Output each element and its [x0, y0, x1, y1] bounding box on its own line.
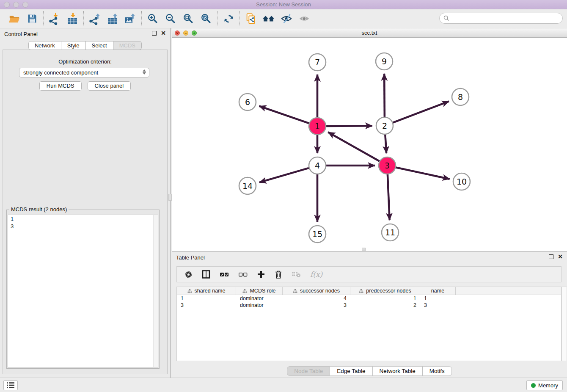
- zoom-fit-button[interactable]: [182, 12, 195, 25]
- main-toolbar: [0, 9, 567, 28]
- node-table[interactable]: shared nameMCDS rolesuccessor nodesprede…: [176, 287, 561, 361]
- open-file-button[interactable]: [8, 12, 21, 25]
- panel-splitter-handle[interactable]: [168, 194, 172, 201]
- graph-edge-1-6[interactable]: [259, 106, 309, 123]
- graph-edge-2-3[interactable]: [385, 135, 386, 153]
- export-table-button[interactable]: [106, 12, 119, 25]
- graph-node-6[interactable]: 6: [239, 94, 256, 110]
- hide-selected-button[interactable]: [280, 12, 293, 25]
- graph-node-label: 6: [245, 97, 250, 107]
- save-session-button[interactable]: [25, 12, 39, 25]
- zoom-selected-button[interactable]: [199, 12, 213, 25]
- tab-edge-table[interactable]: Edge Table: [330, 366, 372, 376]
- column-header-name[interactable]: name: [420, 287, 456, 295]
- column-header-predecessor-nodes[interactable]: predecessor nodes: [350, 287, 420, 295]
- float-panel-icon[interactable]: [152, 31, 157, 36]
- export-image-icon: [124, 12, 137, 25]
- table-row[interactable]: 3dominator323: [177, 302, 561, 309]
- graph-node-14[interactable]: 14: [239, 177, 256, 194]
- zoom-in-button[interactable]: [146, 12, 160, 25]
- tab-node-table[interactable]: Node Table: [287, 366, 330, 376]
- graph-node-15[interactable]: 15: [309, 226, 326, 243]
- close-panel-icon[interactable]: ✕: [161, 30, 166, 36]
- table-scrollbar[interactable]: [561, 287, 567, 361]
- add-row-button[interactable]: [257, 270, 265, 279]
- graph-edge-4-14[interactable]: [259, 168, 309, 182]
- close-panel-button[interactable]: Close panel: [88, 81, 131, 91]
- network-canvas[interactable]: 1234678910111415: [172, 38, 567, 251]
- duplicate-network-button[interactable]: [244, 12, 258, 25]
- criterion-value: strongly connected component: [23, 69, 98, 76]
- graph-node-8[interactable]: 8: [452, 88, 469, 105]
- first-neighbors-button[interactable]: [262, 12, 275, 25]
- graph-node-10[interactable]: 10: [453, 173, 470, 190]
- delete-table-button[interactable]: [292, 271, 301, 278]
- checked-boxes-icon: [220, 270, 229, 279]
- tab-style[interactable]: Style: [61, 41, 86, 50]
- run-mcds-button[interactable]: Run MCDS: [39, 81, 82, 91]
- graph-edge-1-2[interactable]: [326, 126, 372, 126]
- mcds-result-textarea[interactable]: 1 3: [8, 215, 158, 367]
- column-type-icon: [242, 289, 247, 293]
- tab-network[interactable]: Network: [28, 41, 61, 50]
- graph-node-label: 15: [312, 229, 322, 239]
- graph-node-2[interactable]: 2: [376, 117, 393, 134]
- table-panel-title: Table Panel: [176, 254, 205, 261]
- graph-edge-2-9[interactable]: [384, 74, 385, 117]
- graph-node-7[interactable]: 7: [309, 54, 326, 71]
- table-cell: dominator: [236, 295, 283, 302]
- graph-node-label: 2: [382, 121, 387, 130]
- canvas-resize-grip[interactable]: [362, 248, 366, 251]
- zoom-selected-icon: [200, 13, 212, 25]
- graph-node-label: 4: [315, 161, 320, 170]
- export-network-button[interactable]: [88, 12, 102, 25]
- table-cell: 3: [283, 302, 350, 309]
- search-input[interactable]: [452, 15, 559, 22]
- import-table-button[interactable]: [66, 12, 79, 25]
- export-table-icon: [106, 12, 119, 25]
- task-history-button[interactable]: [3, 380, 18, 390]
- select-all-button[interactable]: [220, 270, 229, 279]
- gear-icon: [184, 271, 193, 279]
- column-header-MCDS-role[interactable]: MCDS role: [236, 287, 283, 295]
- unchecked-boxes-icon: [238, 270, 248, 279]
- graph-node-4[interactable]: 4: [309, 157, 326, 174]
- show-all-button[interactable]: [297, 12, 311, 25]
- close-table-panel-icon[interactable]: ✕: [558, 254, 563, 259]
- memory-button[interactable]: Memory: [526, 380, 563, 390]
- zoom-out-button[interactable]: [164, 12, 177, 25]
- column-header-label: MCDS role: [250, 288, 275, 294]
- control-panel: Control Panel ✕ NetworkStyleSelectMCDS O…: [0, 28, 171, 378]
- graph-edge-3-1[interactable]: [328, 132, 379, 161]
- column-header-successor-nodes[interactable]: successor nodes: [283, 287, 350, 295]
- graph-edge-3-11[interactable]: [388, 174, 390, 220]
- delete-table-icon: [292, 271, 301, 278]
- show-column-panel-button[interactable]: [202, 270, 210, 279]
- table-header-row: shared nameMCDS rolesuccessor nodesprede…: [177, 287, 561, 295]
- tab-motifs[interactable]: Motifs: [423, 366, 452, 376]
- network-window-titlebar[interactable]: ✕ − + scc.txt: [172, 28, 567, 38]
- network-search-field[interactable]: [439, 13, 563, 24]
- graph-node-9[interactable]: 9: [376, 53, 393, 70]
- tab-mcds[interactable]: MCDS: [113, 41, 142, 50]
- graph-node-1[interactable]: 1: [309, 118, 326, 135]
- import-network-button[interactable]: [48, 12, 61, 25]
- graph-edge-2-8[interactable]: [393, 101, 449, 122]
- export-image-button[interactable]: [124, 12, 137, 25]
- result-scrollbar[interactable]: [153, 215, 158, 367]
- deselect-all-button[interactable]: [238, 270, 248, 279]
- graph-edge-3-10[interactable]: [396, 167, 450, 179]
- delete-row-button[interactable]: [275, 270, 282, 279]
- column-type-icon: [293, 289, 297, 293]
- table-row[interactable]: 1dominator411: [177, 295, 561, 302]
- tab-network-table[interactable]: Network Table: [373, 366, 423, 376]
- tab-select[interactable]: Select: [86, 41, 113, 50]
- graph-node-3[interactable]: 3: [379, 157, 396, 174]
- column-header-shared-name[interactable]: shared name: [177, 287, 236, 295]
- function-builder-button[interactable]: f(x): [310, 270, 322, 279]
- criterion-dropdown[interactable]: strongly connected component: [19, 68, 149, 77]
- refresh-button[interactable]: [222, 12, 235, 25]
- graph-node-11[interactable]: 11: [382, 224, 399, 241]
- float-table-panel-icon[interactable]: [549, 254, 553, 259]
- column-settings-button[interactable]: [184, 271, 193, 279]
